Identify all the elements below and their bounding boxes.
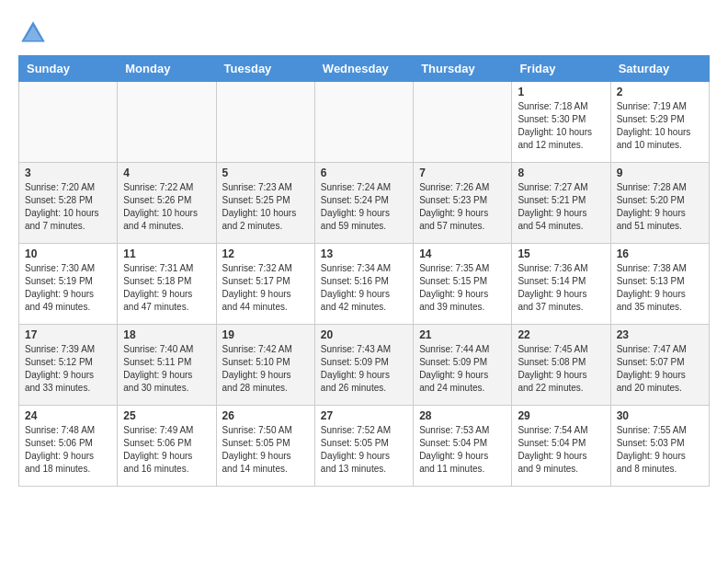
- calendar-day-cell: 10Sunrise: 7:30 AMSunset: 5:19 PMDayligh…: [19, 244, 118, 325]
- day-info: Sunrise: 7:40 AMSunset: 5:11 PMDaylight:…: [123, 343, 210, 395]
- day-number: 27: [321, 409, 407, 422]
- calendar-day-cell: 28Sunrise: 7:53 AMSunset: 5:04 PMDayligh…: [414, 406, 512, 487]
- logo: [18, 18, 53, 48]
- day-number: 14: [419, 247, 506, 260]
- calendar-day-cell: 6Sunrise: 7:24 AMSunset: 5:24 PMDaylight…: [314, 163, 413, 244]
- day-number: 15: [518, 247, 604, 260]
- day-number: 7: [419, 167, 506, 179]
- day-number: 19: [222, 328, 309, 341]
- day-number: 29: [518, 409, 604, 422]
- day-info: Sunrise: 7:49 AMSunset: 5:06 PMDaylight:…: [123, 424, 210, 476]
- day-info: Sunrise: 7:42 AMSunset: 5:10 PMDaylight:…: [222, 343, 309, 395]
- calendar-week-row: 3Sunrise: 7:20 AMSunset: 5:28 PMDaylight…: [19, 163, 710, 244]
- day-number: 3: [25, 167, 111, 179]
- logo-icon: [18, 18, 48, 48]
- day-info: Sunrise: 7:18 AMSunset: 5:30 PMDaylight:…: [518, 100, 604, 152]
- day-info: Sunrise: 7:30 AMSunset: 5:19 PMDaylight:…: [25, 262, 111, 314]
- day-info: Sunrise: 7:50 AMSunset: 5:05 PMDaylight:…: [222, 424, 309, 476]
- day-number: 22: [518, 328, 604, 341]
- calendar-day-cell: 15Sunrise: 7:36 AMSunset: 5:14 PMDayligh…: [512, 244, 610, 325]
- weekday-header: Monday: [118, 56, 216, 82]
- day-info: Sunrise: 7:47 AMSunset: 5:07 PMDaylight:…: [617, 343, 703, 395]
- day-info: Sunrise: 7:38 AMSunset: 5:13 PMDaylight:…: [617, 262, 703, 314]
- day-number: 24: [25, 409, 111, 422]
- calendar-day-cell: 7Sunrise: 7:26 AMSunset: 5:23 PMDaylight…: [414, 163, 512, 244]
- calendar-day-cell: 17Sunrise: 7:39 AMSunset: 5:12 PMDayligh…: [19, 325, 118, 406]
- day-info: Sunrise: 7:43 AMSunset: 5:09 PMDaylight:…: [321, 343, 407, 395]
- calendar-day-cell: [216, 82, 314, 163]
- day-number: 8: [518, 167, 604, 179]
- weekday-header: Saturday: [610, 56, 709, 82]
- day-number: 11: [123, 247, 210, 260]
- day-number: 30: [617, 409, 703, 422]
- day-info: Sunrise: 7:22 AMSunset: 5:26 PMDaylight:…: [123, 181, 210, 233]
- calendar-day-cell: 29Sunrise: 7:54 AMSunset: 5:04 PMDayligh…: [512, 406, 610, 487]
- day-number: 5: [222, 167, 309, 179]
- weekday-header: Sunday: [19, 56, 118, 82]
- calendar-day-cell: 27Sunrise: 7:52 AMSunset: 5:05 PMDayligh…: [314, 406, 413, 487]
- calendar-week-row: 10Sunrise: 7:30 AMSunset: 5:19 PMDayligh…: [19, 244, 710, 325]
- calendar-day-cell: 5Sunrise: 7:23 AMSunset: 5:25 PMDaylight…: [216, 163, 314, 244]
- day-number: 13: [321, 247, 407, 260]
- day-info: Sunrise: 7:52 AMSunset: 5:05 PMDaylight:…: [321, 424, 407, 476]
- day-info: Sunrise: 7:20 AMSunset: 5:28 PMDaylight:…: [25, 181, 111, 233]
- calendar-day-cell: 11Sunrise: 7:31 AMSunset: 5:18 PMDayligh…: [118, 244, 216, 325]
- calendar-day-cell: 9Sunrise: 7:28 AMSunset: 5:20 PMDaylight…: [610, 163, 709, 244]
- day-info: Sunrise: 7:35 AMSunset: 5:15 PMDaylight:…: [419, 262, 506, 314]
- day-number: 26: [222, 409, 309, 422]
- calendar-day-cell: 20Sunrise: 7:43 AMSunset: 5:09 PMDayligh…: [314, 325, 413, 406]
- day-info: Sunrise: 7:23 AMSunset: 5:25 PMDaylight:…: [222, 181, 309, 233]
- day-number: 28: [419, 409, 506, 422]
- day-number: 23: [617, 328, 703, 341]
- calendar-week-row: 1Sunrise: 7:18 AMSunset: 5:30 PMDaylight…: [19, 82, 710, 163]
- calendar-week-row: 17Sunrise: 7:39 AMSunset: 5:12 PMDayligh…: [19, 325, 710, 406]
- calendar-day-cell: 13Sunrise: 7:34 AMSunset: 5:16 PMDayligh…: [314, 244, 413, 325]
- weekday-header: Tuesday: [216, 56, 314, 82]
- day-info: Sunrise: 7:19 AMSunset: 5:29 PMDaylight:…: [617, 100, 703, 152]
- calendar-body: 1Sunrise: 7:18 AMSunset: 5:30 PMDaylight…: [19, 82, 710, 487]
- day-number: 6: [321, 167, 407, 179]
- calendar-day-cell: [19, 82, 118, 163]
- calendar-day-cell: [314, 82, 413, 163]
- day-number: 2: [617, 86, 703, 98]
- calendar-day-cell: 24Sunrise: 7:48 AMSunset: 5:06 PMDayligh…: [19, 406, 118, 487]
- day-info: Sunrise: 7:31 AMSunset: 5:18 PMDaylight:…: [123, 262, 210, 314]
- calendar-day-cell: 19Sunrise: 7:42 AMSunset: 5:10 PMDayligh…: [216, 325, 314, 406]
- day-info: Sunrise: 7:26 AMSunset: 5:23 PMDaylight:…: [419, 181, 506, 233]
- day-info: Sunrise: 7:48 AMSunset: 5:06 PMDaylight:…: [25, 424, 111, 476]
- calendar-day-cell: 26Sunrise: 7:50 AMSunset: 5:05 PMDayligh…: [216, 406, 314, 487]
- calendar-day-cell: 30Sunrise: 7:55 AMSunset: 5:03 PMDayligh…: [610, 406, 709, 487]
- calendar-day-cell: 22Sunrise: 7:45 AMSunset: 5:08 PMDayligh…: [512, 325, 610, 406]
- calendar-day-cell: 4Sunrise: 7:22 AMSunset: 5:26 PMDaylight…: [118, 163, 216, 244]
- weekday-header: Wednesday: [314, 56, 413, 82]
- day-number: 20: [321, 328, 407, 341]
- calendar-day-cell: [118, 82, 216, 163]
- day-number: 12: [222, 247, 309, 260]
- calendar-day-cell: 8Sunrise: 7:27 AMSunset: 5:21 PMDaylight…: [512, 163, 610, 244]
- calendar-day-cell: 2Sunrise: 7:19 AMSunset: 5:29 PMDaylight…: [610, 82, 709, 163]
- day-info: Sunrise: 7:45 AMSunset: 5:08 PMDaylight:…: [518, 343, 604, 395]
- day-number: 10: [25, 247, 111, 260]
- calendar-day-cell: 1Sunrise: 7:18 AMSunset: 5:30 PMDaylight…: [512, 82, 610, 163]
- day-info: Sunrise: 7:34 AMSunset: 5:16 PMDaylight:…: [321, 262, 407, 314]
- calendar-day-cell: 12Sunrise: 7:32 AMSunset: 5:17 PMDayligh…: [216, 244, 314, 325]
- calendar-day-cell: 23Sunrise: 7:47 AMSunset: 5:07 PMDayligh…: [610, 325, 709, 406]
- calendar-day-cell: 25Sunrise: 7:49 AMSunset: 5:06 PMDayligh…: [118, 406, 216, 487]
- day-number: 25: [123, 409, 210, 422]
- day-info: Sunrise: 7:54 AMSunset: 5:04 PMDaylight:…: [518, 424, 604, 476]
- day-info: Sunrise: 7:27 AMSunset: 5:21 PMDaylight:…: [518, 181, 604, 233]
- day-info: Sunrise: 7:28 AMSunset: 5:20 PMDaylight:…: [617, 181, 703, 233]
- calendar-day-cell: 3Sunrise: 7:20 AMSunset: 5:28 PMDaylight…: [19, 163, 118, 244]
- day-info: Sunrise: 7:36 AMSunset: 5:14 PMDaylight:…: [518, 262, 604, 314]
- weekday-header: Thursday: [414, 56, 512, 82]
- day-info: Sunrise: 7:24 AMSunset: 5:24 PMDaylight:…: [321, 181, 407, 233]
- day-info: Sunrise: 7:44 AMSunset: 5:09 PMDaylight:…: [419, 343, 506, 395]
- day-number: 21: [419, 328, 506, 341]
- weekday-header: Friday: [512, 56, 610, 82]
- page-header: [18, 18, 710, 48]
- day-number: 1: [518, 86, 604, 98]
- day-info: Sunrise: 7:55 AMSunset: 5:03 PMDaylight:…: [617, 424, 703, 476]
- calendar-day-cell: 14Sunrise: 7:35 AMSunset: 5:15 PMDayligh…: [414, 244, 512, 325]
- calendar-day-cell: 18Sunrise: 7:40 AMSunset: 5:11 PMDayligh…: [118, 325, 216, 406]
- calendar-day-cell: 16Sunrise: 7:38 AMSunset: 5:13 PMDayligh…: [610, 244, 709, 325]
